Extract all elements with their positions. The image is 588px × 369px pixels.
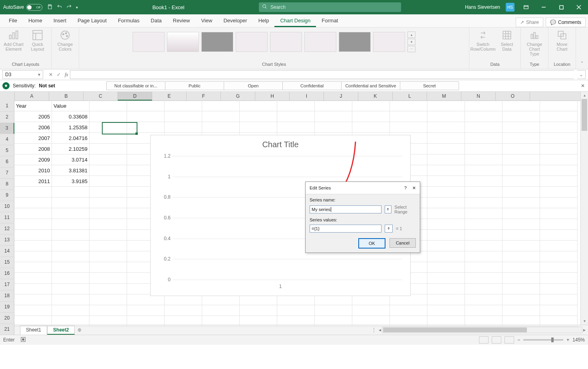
cell[interactable]	[503, 251, 540, 262]
ribbon-tab-data[interactable]: Data	[145, 15, 167, 27]
cell[interactable]: 2.04716	[52, 133, 89, 144]
cell[interactable]	[427, 101, 465, 111]
cell[interactable]	[14, 208, 52, 219]
row-header[interactable]: 18	[0, 290, 14, 302]
undo-icon[interactable]	[57, 4, 62, 11]
row-header[interactable]: 13	[0, 235, 14, 246]
cell[interactable]	[540, 273, 578, 284]
enter-formula-icon[interactable]: ✓	[57, 72, 61, 77]
column-header[interactable]: I	[290, 92, 324, 101]
cell[interactable]	[14, 294, 52, 305]
cell[interactable]	[465, 284, 503, 294]
column-header[interactable]: H	[255, 92, 290, 101]
cell[interactable]	[427, 230, 465, 241]
cell[interactable]	[202, 305, 240, 316]
column-header[interactable]: F	[187, 92, 221, 101]
cell[interactable]	[315, 101, 352, 111]
cell[interactable]	[52, 294, 89, 305]
cell[interactable]	[240, 305, 277, 316]
select-all-corner[interactable]	[0, 92, 15, 101]
cell[interactable]	[503, 101, 540, 111]
column-header[interactable]: C	[83, 92, 118, 101]
ribbon-tab-help[interactable]: Help	[253, 15, 275, 27]
cell[interactable]	[89, 262, 127, 273]
cell[interactable]	[277, 111, 315, 122]
cell[interactable]	[503, 187, 540, 197]
cell[interactable]	[427, 273, 465, 284]
column-header[interactable]: E	[152, 92, 187, 101]
cell[interactable]	[352, 101, 390, 111]
redo-icon[interactable]	[66, 4, 72, 11]
ribbon-tab-home[interactable]: Home	[23, 15, 48, 27]
row-header[interactable]: 2	[0, 112, 14, 123]
cell[interactable]: Year	[14, 101, 52, 111]
chart-style-thumb[interactable]	[236, 32, 268, 52]
cell[interactable]	[202, 101, 240, 111]
select-data-button[interactable]: Select Data	[497, 29, 517, 51]
horizontal-scrollbar[interactable]: ⋮ ◂ ▸	[84, 327, 588, 333]
cell[interactable]	[427, 154, 465, 165]
chart-title[interactable]: Chart Title	[151, 135, 410, 149]
cell[interactable]	[540, 219, 578, 230]
scroll-up-icon[interactable]: ▴	[581, 92, 588, 99]
ribbon-tab-insert[interactable]: Insert	[48, 15, 72, 27]
row-header[interactable]: 9	[0, 190, 14, 201]
close-sensitivity-icon[interactable]: ✕	[581, 83, 585, 89]
cell[interactable]	[127, 122, 165, 133]
cell[interactable]	[540, 133, 578, 144]
ribbon-tab-format[interactable]: Format	[316, 15, 344, 27]
cell[interactable]	[427, 251, 465, 262]
cell[interactable]	[503, 111, 540, 122]
cell[interactable]	[240, 316, 277, 327]
cell[interactable]	[14, 197, 52, 208]
cell[interactable]	[89, 176, 127, 187]
cell[interactable]	[427, 176, 465, 187]
cell[interactable]	[202, 111, 240, 122]
cell[interactable]	[52, 262, 89, 273]
add-sheet-button[interactable]: ⊕	[75, 326, 84, 334]
cell[interactable]	[52, 316, 89, 327]
expand-formula-bar-icon[interactable]: ⌄	[577, 70, 586, 79]
cell[interactable]: 2008	[14, 144, 52, 154]
formula-input[interactable]	[70, 70, 574, 79]
change-colors-button[interactable]: Change Colors	[55, 29, 75, 51]
cell[interactable]	[465, 230, 503, 241]
column-header[interactable]: A	[15, 92, 49, 101]
cell[interactable]	[52, 251, 89, 262]
page-layout-view-icon[interactable]	[492, 336, 501, 343]
cell[interactable]	[127, 111, 165, 122]
chart-style-thumb[interactable]	[270, 32, 302, 52]
column-header[interactable]: O	[496, 92, 530, 101]
cell[interactable]	[315, 305, 352, 316]
ribbon-tab-developer[interactable]: Developer	[218, 15, 252, 27]
cell[interactable]	[52, 187, 89, 197]
cell[interactable]	[427, 165, 465, 176]
cell[interactable]	[202, 122, 240, 133]
dialog-close-icon[interactable]: ✕	[412, 185, 416, 191]
cell[interactable]	[315, 122, 352, 133]
quick-layout-button[interactable]: Quick Layout	[27, 29, 48, 51]
column-header[interactable]: K	[358, 92, 393, 101]
cell[interactable]	[89, 251, 127, 262]
row-header[interactable]: 20	[0, 313, 14, 324]
cell[interactable]	[89, 316, 127, 327]
cell[interactable]	[352, 316, 390, 327]
cell[interactable]	[427, 294, 465, 305]
autosave-toggle[interactable]: AutoSave Off	[3, 4, 42, 11]
column-header[interactable]: L	[393, 92, 427, 101]
series-name-input[interactable]: My series	[310, 205, 381, 213]
cell[interactable]	[540, 111, 578, 122]
ok-button[interactable]: OK	[358, 238, 385, 249]
save-icon[interactable]	[47, 4, 53, 11]
cell[interactable]	[540, 316, 578, 327]
row-header[interactable]: 3	[0, 123, 14, 134]
move-chart-button[interactable]: Move Chart	[552, 29, 572, 51]
cell[interactable]: 2005	[14, 111, 52, 122]
cell[interactable]	[540, 187, 578, 197]
chart-style-thumb[interactable]	[304, 32, 336, 52]
cell[interactable]	[540, 144, 578, 154]
cell[interactable]	[465, 241, 503, 251]
ribbon-tab-page-layout[interactable]: Page Layout	[72, 15, 112, 27]
cell[interactable]	[14, 230, 52, 241]
cell[interactable]	[352, 111, 390, 122]
